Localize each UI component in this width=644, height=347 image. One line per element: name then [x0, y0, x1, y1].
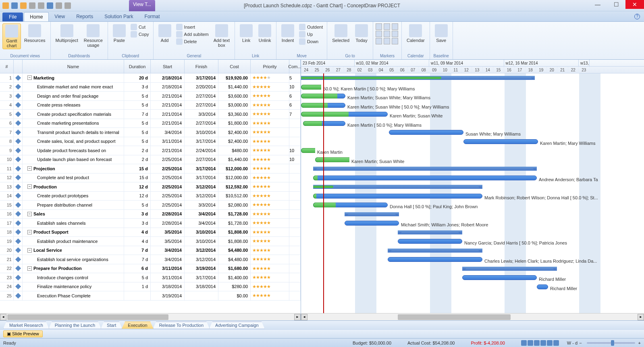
table-row[interactable]: 11−Projection15 d2/25/20143/17/2014$12,0… [0, 164, 301, 174]
day-header[interactable]: 10 [440, 67, 451, 73]
gantt-row[interactable] [301, 246, 644, 255]
multiproject-button[interactable]: Multiproject [53, 23, 81, 44]
day-header[interactable]: 11 [451, 67, 461, 73]
col-indicator[interactable] [14, 60, 23, 73]
table-row[interactable]: 21Establish local service organizations7… [0, 255, 301, 264]
summary-bar[interactable] [345, 212, 399, 216]
gantt-row[interactable]: Susan White; Mary Williams [301, 128, 644, 137]
task-bar[interactable]: Mark Robinson; Robert Wilson; Donna Hall… [313, 194, 482, 199]
minimize-button[interactable]: — [588, 0, 607, 9]
col-cost[interactable]: Cost [218, 60, 251, 73]
table-row[interactable]: 16−Sales3 d2/28/20143/4/2014$1,728.00★★★… [0, 210, 301, 219]
day-header[interactable]: 02 [355, 67, 366, 73]
up-button[interactable]: Up [297, 31, 324, 38]
marker-icon[interactable] [384, 23, 390, 30]
gantt-row[interactable]: Karen Martin; Susan White [301, 155, 644, 165]
gantt-row[interactable]: Karen Martin; Susan White [ 50.0 %]; Mar… [301, 101, 644, 110]
marker-icon[interactable] [392, 23, 398, 30]
scroll-right-icon[interactable]: ► [638, 314, 644, 320]
table-row[interactable]: 13−Production12 d2/25/20143/12/2014$12,5… [0, 182, 301, 192]
day-header[interactable]: 08 [419, 67, 430, 73]
day-header[interactable]: 09 [429, 67, 440, 73]
task-bar[interactable]: Richard Miller [537, 284, 548, 289]
table-row[interactable]: 22−Prepare for Production6 d3/11/20143/1… [0, 264, 301, 274]
scroll-thumb[interactable] [398, 314, 511, 320]
table-row[interactable]: 14Create product prototypes12 d2/25/2014… [0, 192, 301, 201]
qat-preview-icon[interactable] [64, 2, 71, 9]
table-row[interactable]: 3Design and order final package5 d2/21/2… [0, 92, 301, 101]
maximize-button[interactable]: ☐ [607, 0, 625, 9]
add-subitem-button[interactable]: Add subitem [175, 31, 210, 38]
table-row[interactable]: 17Establish sales channels3 d2/28/20143/… [0, 219, 301, 228]
gantt-row[interactable]: Karen Martin [ 50.0 %]; Mary Williams [301, 119, 644, 128]
file-menu-button[interactable]: File [2, 13, 23, 21]
week-header[interactable]: w11, 09 Mar 2014 [429, 60, 504, 66]
day-header[interactable]: 14 [483, 67, 494, 73]
zoom-out-icon[interactable]: − [579, 341, 582, 345]
grid-hscroll[interactable]: ◄ ► [0, 313, 301, 320]
collapse-icon[interactable]: − [27, 166, 32, 171]
day-header[interactable]: 03 [365, 67, 376, 73]
summary-bar[interactable] [462, 267, 557, 271]
menu-tab-reports[interactable]: Reports [71, 12, 99, 21]
link-button[interactable]: Link [237, 23, 255, 44]
outdent-button[interactable]: Outdent [297, 23, 324, 31]
col-start[interactable]: Start [151, 60, 185, 73]
table-row[interactable]: 18−Product Support4 d3/5/20143/10/2014$1… [0, 228, 301, 237]
scroll-left-icon[interactable]: ◄ [0, 314, 6, 320]
gantt-row[interactable]: Charles Lewis; Helen Clark; Laura Rodrig… [301, 255, 644, 264]
col-number[interactable]: # [0, 60, 14, 73]
help-icon[interactable]: ? [634, 14, 640, 19]
contextual-tab-view[interactable]: View T... [129, 0, 155, 11]
menu-tab-view[interactable]: View [49, 12, 71, 21]
day-header[interactable]: 16 [504, 67, 515, 73]
gantt-row[interactable]: Karen Martin; Mary Williams [301, 137, 644, 146]
gantt-row[interactable]: Richard Miller [301, 273, 644, 282]
collapse-icon[interactable]: − [27, 266, 32, 271]
timeline-body[interactable]: 50.0 %]; Karen Martin [ 50.0 %]; Mary Wi… [301, 73, 644, 313]
col-finish[interactable]: Finish [185, 60, 218, 73]
day-header[interactable]: 15 [493, 67, 504, 73]
week-header[interactable]: 23 Feb 2014 [301, 60, 355, 66]
gantt-row[interactable] [301, 182, 644, 192]
add-text-button[interactable]: Add textbox [211, 23, 232, 48]
scroll-right-icon[interactable]: ► [294, 314, 301, 320]
qat-print-icon[interactable] [56, 2, 62, 9]
add-button[interactable]: Add [156, 23, 174, 44]
qat-save-icon[interactable] [20, 2, 27, 9]
resource-button[interactable]: Resourceusage [81, 23, 105, 48]
sheet-tab-advertising-campaign[interactable]: Advertising Campaign [209, 322, 265, 329]
summary-bar[interactable] [398, 230, 462, 234]
marker-icon[interactable] [376, 38, 382, 44]
collapse-icon[interactable]: − [27, 75, 32, 80]
sheet-tab-release-to-production[interactable]: Release To Production [153, 322, 210, 329]
table-row[interactable]: 2Estimate market and make more exact3 d2… [0, 83, 301, 92]
day-header[interactable]: 06 [397, 67, 408, 73]
table-row[interactable]: 4Create press releases5 d2/21/20142/27/2… [0, 101, 301, 110]
marker-icon[interactable] [392, 38, 398, 44]
table-row[interactable]: 19Establish product maintenance4 d3/5/20… [0, 237, 301, 246]
status-view-icons[interactable] [521, 340, 559, 346]
slide-preview-button[interactable]: ▣ Slide Preview [3, 330, 43, 337]
day-header[interactable]: 07 [408, 67, 419, 73]
table-row[interactable]: 25Execution Phase Complete3/19/2014$0.00… [0, 291, 301, 301]
zoom-slider[interactable] [587, 342, 635, 344]
col-duration[interactable]: Duration [124, 60, 151, 73]
task-bar[interactable]: Andrew Anderson; Barbara Ta [313, 176, 537, 180]
day-header[interactable]: 19 [536, 67, 547, 73]
qat-refresh-icon[interactable] [47, 2, 53, 9]
day-header[interactable]: 23 [579, 67, 590, 73]
day-header[interactable]: 25 [312, 67, 323, 73]
gantt-row[interactable]: Michael Smith; William Jones; Robert Moo… [301, 219, 644, 228]
copy-button[interactable]: Copy [129, 31, 151, 38]
menu-tab-home[interactable]: Home [24, 12, 49, 21]
gantt-row[interactable]: Richard Miller [301, 282, 644, 292]
sheet-tab-planning-the-launch[interactable]: Planning the Launch [49, 322, 101, 329]
marker-icon[interactable] [384, 38, 390, 44]
sheet-tab-start[interactable]: Start [101, 322, 122, 329]
marker-icon[interactable] [376, 31, 382, 37]
gantt-row[interactable] [301, 264, 644, 274]
task-bar[interactable]: Nancy Garcia; David Harris [ 50.0 %]; Pa… [398, 239, 462, 244]
insert-button[interactable]: Insert [175, 23, 210, 31]
table-row[interactable]: 5Create product specification materials7… [0, 110, 301, 119]
